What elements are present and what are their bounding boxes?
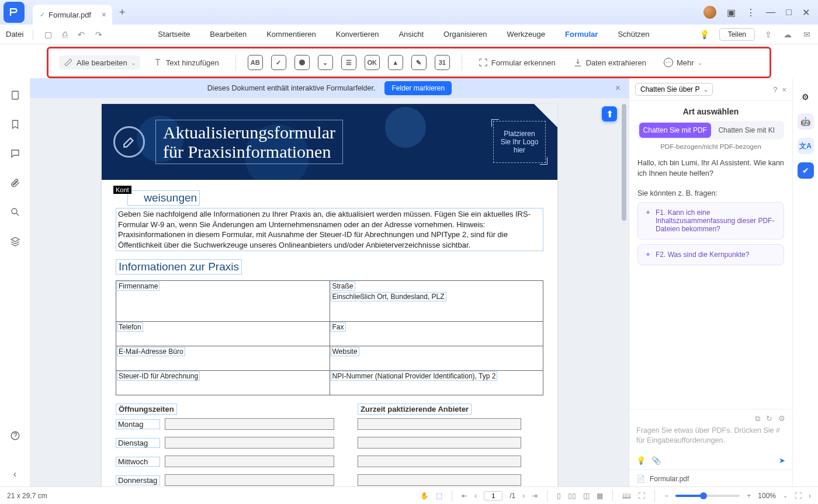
kebab-menu-icon[interactable]: ⋮ <box>746 7 755 18</box>
expand-panel-icon[interactable]: › <box>809 492 811 500</box>
edit-all-button[interactable]: Alle bearbeiten⌄ <box>59 55 140 69</box>
copy-icon[interactable]: ⧉ <box>755 414 760 423</box>
menu-bearbeiten[interactable]: Bearbeiten <box>210 30 247 39</box>
menu-organisieren[interactable]: Organisieren <box>443 30 487 39</box>
chat-suggestion-1[interactable]: ✦F1. Kann ich eine Inhaltszusammenfassun… <box>637 202 784 239</box>
cloud-share-icon[interactable]: ⇪ <box>763 30 774 39</box>
provider-2-input[interactable] <box>358 437 521 449</box>
help-icon[interactable] <box>10 430 20 443</box>
page-number-input[interactable] <box>484 491 502 500</box>
date-field-icon[interactable]: 31 <box>435 55 450 70</box>
layers-icon[interactable] <box>10 236 20 249</box>
close-window-icon[interactable]: ✕ <box>802 7 810 18</box>
menu-schuetzen[interactable]: Schützen <box>618 30 649 39</box>
menu-konvertieren[interactable]: Konvertieren <box>336 30 379 39</box>
sliders-icon[interactable]: ⚙ <box>798 89 814 105</box>
text-field-icon[interactable]: AB <box>248 55 263 70</box>
menu-ansicht[interactable]: Ansicht <box>398 30 424 39</box>
minimize-icon[interactable]: — <box>766 7 775 18</box>
maximize-icon[interactable]: □ <box>786 7 792 18</box>
select-tool-icon[interactable]: ⬚ <box>436 492 442 500</box>
two-page-icon[interactable]: ◫ <box>583 492 590 500</box>
signature-field-icon[interactable]: ✎ <box>411 55 427 70</box>
listbox-field-icon[interactable]: ☰ <box>341 55 356 70</box>
undo-icon[interactable]: ↶ <box>76 30 86 39</box>
attachments-icon[interactable] <box>10 178 20 190</box>
save-icon[interactable]: ▢ <box>43 30 54 39</box>
thumbnails-icon[interactable] <box>10 90 20 103</box>
chat-tab-pdf[interactable]: Chatten Sie mit PDF <box>639 123 711 138</box>
cloud-upload-icon[interactable]: ☁ <box>782 30 793 39</box>
hours-mon-input[interactable] <box>165 418 334 430</box>
hand-tool-icon[interactable]: ✋ <box>420 492 429 500</box>
chat-close-icon[interactable]: × <box>782 85 786 94</box>
redo-icon[interactable]: ↷ <box>93 30 104 39</box>
zoom-in-icon[interactable]: + <box>747 492 751 500</box>
add-text-button[interactable]: Text hinzufügen <box>148 55 224 69</box>
app-logo[interactable] <box>4 2 25 23</box>
gear-icon[interactable]: ⚙ <box>778 414 785 423</box>
check-icon[interactable]: ✔ <box>798 162 814 179</box>
print-icon[interactable]: ⎙ <box>61 30 69 39</box>
attach-icon[interactable]: 📎 <box>651 456 661 465</box>
notice-close-icon[interactable]: × <box>615 83 621 93</box>
two-continuous-icon[interactable]: ▦ <box>597 492 603 500</box>
lightbulb-icon[interactable]: 💡 <box>698 30 711 39</box>
first-page-icon[interactable]: ⇤ <box>462 492 467 500</box>
chat-input[interactable]: Fragen Sie etwas über PDFs. Drücken Sie … <box>636 426 785 446</box>
upload-float-button[interactable]: ⬆ <box>602 106 617 121</box>
next-page-icon[interactable]: › <box>522 492 525 500</box>
button-field-icon[interactable]: OK <box>365 55 380 70</box>
chat-suggestion-2[interactable]: ✦F2. Was sind die Kernpunkte? <box>637 244 784 265</box>
single-page-icon[interactable]: ▯ <box>557 492 561 500</box>
chat-tab-ai[interactable]: Chatten Sie mit KI <box>711 123 783 138</box>
hours-wed-input[interactable] <box>165 456 334 467</box>
ai-robot-icon[interactable]: 🤖 <box>798 113 814 130</box>
chat-help-icon[interactable]: ? <box>773 85 777 94</box>
dropdown-field-icon[interactable]: ⌄ <box>318 55 333 70</box>
zoom-out-icon[interactable]: − <box>664 492 668 500</box>
chat-file-ref[interactable]: 📄 Formular.pdf <box>629 470 792 488</box>
chat-mode-dropdown[interactable]: Chatten Sie über P <box>635 83 713 96</box>
vertical-scrollbar[interactable] <box>622 104 626 482</box>
search-icon[interactable] <box>10 207 20 220</box>
translate-icon[interactable]: 文A <box>798 138 814 154</box>
document-tab[interactable]: ✓ Formular.pdf × <box>33 5 112 25</box>
panel-toggle-icon[interactable]: ▣ <box>727 7 736 18</box>
close-tab-icon[interactable]: × <box>102 10 106 19</box>
form-field-tag[interactable]: Kont <box>113 186 131 194</box>
extract-data-button[interactable]: Daten extrahieren <box>569 55 651 69</box>
history-icon[interactable]: ↻ <box>766 414 772 423</box>
send-icon[interactable]: ➤ <box>779 456 785 465</box>
comments-icon[interactable] <box>10 148 20 161</box>
recognize-form-button[interactable]: Formular erkennen <box>474 55 560 69</box>
image-field-icon[interactable]: ▲ <box>388 55 403 70</box>
fit-page-icon[interactable]: ⛶ <box>638 492 645 500</box>
file-menu[interactable]: Datei <box>6 30 23 39</box>
zoom-slider[interactable] <box>675 495 740 497</box>
share-button[interactable]: Teilen <box>719 28 755 41</box>
last-page-icon[interactable]: ⇥ <box>532 492 538 500</box>
menu-formular[interactable]: Formular <box>565 30 598 39</box>
bulb-icon[interactable]: 💡 <box>636 456 646 465</box>
menu-kommentieren[interactable]: Kommentieren <box>266 30 316 39</box>
prev-page-icon[interactable]: ‹ <box>474 492 477 500</box>
user-avatar[interactable] <box>703 6 716 19</box>
highlight-fields-button[interactable]: Felder markieren <box>384 81 452 95</box>
add-tab-button[interactable]: + <box>119 6 126 19</box>
radio-field-icon[interactable] <box>294 55 310 70</box>
provider-3-input[interactable] <box>358 456 521 467</box>
menu-werkzeuge[interactable]: Werkzeuge <box>507 30 546 39</box>
bookmarks-icon[interactable] <box>10 119 20 132</box>
provider-4-input[interactable] <box>358 474 521 486</box>
mail-icon[interactable]: ✉ <box>802 30 812 39</box>
more-button[interactable]: ⋯ Mehr⌄ <box>659 55 707 69</box>
hours-tue-input[interactable] <box>165 437 334 449</box>
menu-startseite[interactable]: Startseite <box>158 30 190 39</box>
continuous-page-icon[interactable]: ▯▯ <box>568 492 576 500</box>
checkbox-field-icon[interactable]: ✓ <box>271 55 286 70</box>
provider-1-input[interactable] <box>358 418 521 430</box>
collapse-sidebar-icon[interactable]: ‹ <box>13 469 16 479</box>
fullscreen-icon[interactable]: ⛶ <box>795 492 802 500</box>
read-mode-icon[interactable]: 📖 <box>622 492 631 500</box>
